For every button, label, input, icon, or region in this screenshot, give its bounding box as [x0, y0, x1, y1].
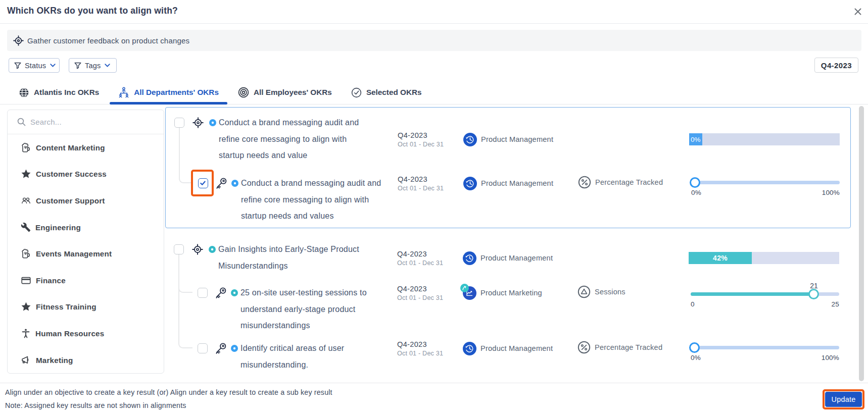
search-input[interactable] [30, 118, 152, 126]
okr-type [578, 115, 689, 164]
sidebar-item-customer-success[interactable]: Customer Success [8, 161, 164, 188]
sidebar-item-label: Customer Support [36, 196, 105, 205]
tab-label: Selected OKRs [366, 88, 422, 97]
triangle-circle-icon [577, 285, 591, 298]
search-icon [17, 118, 26, 126]
tab-all-departments-okrs[interactable]: All Departments' OKRs [110, 81, 227, 104]
okr-type: Percentage Tracked [577, 340, 689, 374]
department-label: Product Management [480, 344, 553, 352]
slider-handle[interactable] [808, 289, 819, 299]
star-icon [21, 169, 31, 179]
update-button[interactable]: Update [825, 392, 862, 407]
okr-period: Q4-2023 Oct 01 - Dec 31 [397, 241, 463, 275]
slider-max-label: 100% [822, 354, 839, 361]
okr-group: Gain Insights into Early-Stage Product M… [165, 241, 851, 376]
context-objective-bar: Gather customer feedback on product chan… [7, 30, 861, 51]
sidebar-item-finance[interactable]: Finance [8, 267, 164, 294]
departments-sidebar: Content Marketing Customer Success Custo… [7, 110, 164, 374]
footer-hint: Align under an objective to create a key… [5, 388, 332, 396]
okr-department: Product Management [463, 115, 578, 164]
tab-label: Atlantis Inc OKRs [34, 88, 99, 97]
okr-type: Sessions [577, 285, 689, 334]
tab-label: All Employees' OKRs [254, 88, 332, 97]
okr-title[interactable]: 25 on-site user-testing sessions to unde… [240, 285, 390, 334]
chevron-down-icon [50, 64, 56, 67]
status-filter-button[interactable]: Status [9, 58, 60, 73]
status-dot [209, 119, 216, 126]
progress-slider: 21 0 25 [691, 292, 839, 308]
key-result-row: 25 on-site user-testing sessions to unde… [165, 285, 850, 334]
chevron-down-icon [105, 64, 110, 67]
sidebar-item-label: Engineering [35, 223, 81, 232]
percent-circle-icon [578, 176, 591, 189]
tab-all-employees-okrs[interactable]: All Employees' OKRs [229, 81, 341, 104]
history-clock-icon [463, 342, 476, 355]
megaphone-icon [21, 355, 31, 366]
sidebar-item-marketing[interactable]: Marketing [8, 347, 164, 374]
chart-phone-icon [463, 286, 476, 300]
okr-period: Q4-2023 Oct 01 - Dec 31 [398, 175, 463, 225]
target-rings-icon [238, 87, 249, 98]
okr-title[interactable]: Conduct a brand messaging audit and refi… [219, 115, 368, 164]
funnel-icon [14, 62, 21, 69]
beer-mug-icon [21, 142, 31, 153]
key-result-checkbox[interactable] [198, 288, 208, 298]
sidebar-item-content-marketing[interactable]: Content Marketing [8, 134, 164, 161]
scrollbar-thumb[interactable] [859, 106, 864, 381]
check-circle-icon [351, 87, 362, 98]
slider-handle[interactable] [689, 342, 700, 353]
objective-checkbox[interactable] [174, 244, 184, 254]
tab-atlantis-inc-okrs[interactable]: Atlantis Inc OKRs [10, 81, 108, 104]
okr-department: Product Management [463, 241, 577, 275]
okr-progress: 0% 100% [689, 340, 839, 374]
slider-handle[interactable] [690, 177, 700, 188]
department-label: Product Marketing [480, 289, 542, 297]
sidebar-item-human-resources[interactable]: Human Resources [8, 320, 164, 347]
department-label: Product Management [480, 254, 553, 262]
percent-circle-icon [577, 341, 591, 354]
sidebar-item-label: Marketing [36, 356, 73, 365]
key-result-checkbox[interactable] [198, 178, 208, 188]
key-icon [215, 177, 228, 190]
close-icon[interactable] [853, 7, 862, 16]
key-result-checkbox[interactable] [198, 343, 208, 353]
hierarchy-icon [118, 87, 129, 98]
person-icon [21, 328, 31, 338]
progress-slider: 0% 100% [691, 181, 840, 196]
progress-bar: 0% [689, 133, 840, 145]
period-chip[interactable]: Q4-2023 [814, 58, 858, 73]
okr-title[interactable]: Conduct a brand messaging audit and refi… [241, 175, 390, 225]
kr-type-label: Percentage Tracked [595, 343, 662, 351]
status-dot [231, 345, 238, 352]
funnel-icon [74, 62, 81, 69]
globe-icon [19, 87, 29, 98]
sidebar-item-label: Fitness Training [36, 302, 97, 311]
tags-filter-button[interactable]: Tags [69, 58, 117, 73]
sidebar-item-label: Events Management [36, 249, 112, 258]
okr-progress: 0% [689, 115, 840, 164]
okr-type: Percentage Tracked [578, 175, 689, 225]
slider-max-label: 100% [822, 189, 840, 196]
objective-checkbox[interactable] [174, 118, 184, 128]
okr-list: Conduct a brand messaging audit and refi… [165, 105, 868, 383]
sidebar-item-events-management[interactable]: Events Management [8, 240, 164, 267]
okr-department: Product Management [463, 340, 577, 374]
tab-label: All Departments' OKRs [134, 88, 219, 97]
okr-title[interactable]: Gain Insights into Early-Stage Product M… [218, 241, 367, 274]
tags-filter-label: Tags [85, 62, 101, 70]
tab-selected-okrs[interactable]: Selected OKRs [343, 81, 430, 104]
sidebar-item-fitness-training[interactable]: Fitness Training [8, 294, 164, 321]
okr-type [577, 241, 689, 275]
okr-progress: 42% [689, 241, 839, 275]
okr-title[interactable]: Identify critical areas of user misunder… [240, 340, 390, 373]
key-icon [215, 342, 227, 355]
objective-row: Conduct a brand messaging audit and refi… [166, 115, 850, 164]
star-icon [21, 301, 31, 312]
objective-target-icon [192, 244, 203, 255]
department-label: Product Management [481, 135, 553, 143]
sidebar-item-engineering[interactable]: Engineering [8, 214, 164, 241]
objective-row: Gain Insights into Early-Stage Product M… [165, 241, 850, 275]
beer-mug-icon [21, 248, 31, 259]
slider-min-label: 0% [691, 354, 701, 361]
sidebar-item-customer-support[interactable]: Customer Support [8, 187, 164, 214]
